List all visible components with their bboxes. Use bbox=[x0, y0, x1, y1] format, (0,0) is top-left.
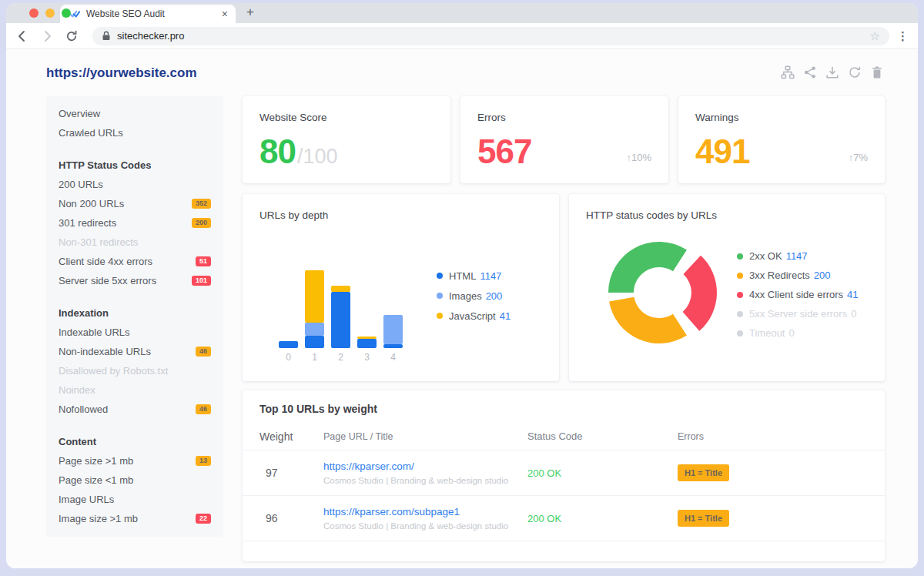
sidebar-item-image-size-1-mb[interactable]: Image size >1 mb22 bbox=[59, 509, 211, 528]
sidebar-group: IndexationIndexable URLsNon-indexable UR… bbox=[59, 303, 211, 419]
donut-segment bbox=[608, 242, 687, 293]
http-status-codes-card: HTTP status codes by URLs 2xx OK11473xx … bbox=[569, 194, 885, 381]
browser-window: Website SEO Audit × + sitechecker.pro ☆ … bbox=[6, 3, 918, 568]
legend-dot bbox=[737, 253, 743, 260]
stat-label: Errors bbox=[477, 112, 506, 123]
count-badge: 200 bbox=[192, 218, 211, 228]
legend-value: 0 bbox=[851, 308, 856, 320]
browser-toolbar: sitechecker.pro ☆ ⋮ bbox=[6, 23, 918, 49]
count-badge: 13 bbox=[196, 456, 211, 466]
sidebar-item-overview[interactable]: Overview bbox=[59, 104, 211, 123]
minimize-window-button[interactable] bbox=[45, 8, 55, 18]
tab-title: Website SEO Audit bbox=[86, 8, 220, 19]
table-title: Top 10 URLs by weight bbox=[259, 403, 377, 415]
sidebar-item-crawled-urls[interactable]: Crawled URLs bbox=[59, 123, 211, 142]
sidebar-item-200-urls[interactable]: 200 URLs bbox=[59, 175, 211, 194]
zoom-window-button[interactable] bbox=[62, 8, 71, 18]
donut-chart-legend: 2xx OK11473xx Redirects2004xx Client sid… bbox=[737, 246, 859, 343]
legend-item-timeout: Timeout0 bbox=[737, 323, 859, 343]
warnings-value: 491 bbox=[695, 132, 749, 171]
new-tab-button[interactable]: + bbox=[246, 5, 254, 20]
reload-button[interactable] bbox=[65, 29, 79, 43]
warnings-delta: ↑7% bbox=[849, 152, 868, 163]
legend-value: 41 bbox=[847, 289, 858, 300]
bookmark-star-icon[interactable]: ☆ bbox=[870, 29, 880, 43]
chart-title: HTTP status codes by URLs bbox=[586, 209, 717, 221]
sidebar-item-image-urls[interactable]: Image URLs bbox=[59, 490, 211, 509]
legend-item-html: HTML1147 bbox=[437, 266, 511, 286]
sidebar-item-nofollowed[interactable]: Nofollowed46 bbox=[59, 400, 211, 419]
sidebar-item-non-indexable-urls[interactable]: Non-indexable URLs46 bbox=[59, 342, 211, 361]
website-score-card: Website Score 80 /100 bbox=[243, 96, 450, 183]
browser-menu-icon[interactable]: ⋮ bbox=[897, 29, 909, 43]
table-row: 96https://kparser.com/subpage1Cosmos Stu… bbox=[243, 496, 885, 541]
sidebar-item-indexable-urls[interactable]: Indexable URLs bbox=[59, 323, 211, 342]
sidebar-item-301-redirects[interactable]: 301 redirects200 bbox=[59, 213, 211, 233]
stat-label: Website Score bbox=[259, 112, 327, 123]
svg-text:4: 4 bbox=[390, 352, 396, 363]
svg-text:3: 3 bbox=[364, 352, 370, 363]
trash-icon[interactable] bbox=[870, 65, 884, 79]
sidebar-item-label: Image size >1 mb bbox=[59, 513, 196, 524]
traffic-lights bbox=[29, 8, 71, 18]
sidebar: OverviewCrawled URLsHTTP Status Codes200… bbox=[46, 96, 223, 537]
error-badge: H1 = Title bbox=[678, 510, 729, 527]
download-icon[interactable] bbox=[825, 65, 839, 79]
errors-delta: ↑10% bbox=[626, 152, 651, 163]
errors-card: Errors 567 ↑10% bbox=[460, 96, 668, 183]
legend-label: HTML bbox=[449, 270, 476, 282]
sitemap-icon[interactable] bbox=[781, 65, 795, 79]
sidebar-item-page-size-1-mb[interactable]: Page size <1 mb bbox=[59, 471, 211, 490]
column-header-errors: Errors bbox=[678, 431, 885, 442]
sidebar-item-client-side-4xx-errors[interactable]: Client side 4xx errors51 bbox=[59, 252, 211, 271]
count-badge: 46 bbox=[196, 404, 211, 414]
warnings-card: Warnings 491 ↑7% bbox=[678, 96, 885, 183]
page-url-cell: https://kparser.com/subpage1Cosmos Studi… bbox=[323, 506, 527, 531]
address-bar[interactable]: sitechecker.pro ☆ bbox=[92, 27, 889, 45]
sidebar-item-label: Server side 5xx errors bbox=[59, 275, 192, 286]
sidebar-section-title: Content bbox=[59, 432, 211, 451]
page-url-link[interactable]: https://kparser.com/subpage1 bbox=[323, 506, 527, 517]
sidebar-item-label: Client side 4xx errors bbox=[59, 256, 196, 267]
tab-close-icon[interactable]: × bbox=[220, 8, 229, 19]
close-window-button[interactable] bbox=[29, 8, 38, 18]
sidebar-item-label: Indexable URLs bbox=[59, 327, 211, 338]
sidebar-item-page-size-1-mb[interactable]: Page size >1 mb13 bbox=[59, 451, 211, 471]
legend-item-2xx-ok: 2xx OK1147 bbox=[737, 246, 859, 266]
legend-value: 1147 bbox=[480, 270, 501, 282]
svg-text:2: 2 bbox=[338, 352, 343, 363]
tab-favicon-icon bbox=[69, 8, 80, 19]
sidebar-item-label: Noindex bbox=[59, 384, 211, 396]
legend-dot bbox=[437, 293, 443, 299]
seo-audit-page: https://yourwebsite.com bbox=[6, 50, 918, 568]
sidebar-item-label: Non 200 URLs bbox=[59, 198, 192, 209]
sidebar-section-title: Indexation bbox=[59, 303, 211, 323]
status-code-value: 200 OK bbox=[527, 467, 678, 479]
refresh-icon[interactable] bbox=[848, 65, 862, 79]
sidebar-group: HTTP Status Codes200 URLsNon 200 URLs352… bbox=[59, 156, 211, 290]
forward-button[interactable] bbox=[40, 29, 54, 43]
audited-site-url: https://yourwebsite.com bbox=[46, 65, 197, 81]
sidebar-item-label: Page size >1 mb bbox=[59, 455, 196, 467]
sidebar-item-disallowed-by-robots-txt: Disallowed by Robots.txt bbox=[59, 361, 211, 380]
back-button[interactable] bbox=[15, 29, 29, 43]
page-url-cell: https://kparser.com/Cosmos Studio | Bran… bbox=[323, 460, 527, 485]
top-urls-table-card: Top 10 URLs by weight Weight Page URL / … bbox=[243, 390, 885, 561]
page-url-link[interactable]: https://kparser.com/ bbox=[323, 460, 527, 472]
report-actions bbox=[781, 65, 884, 79]
sidebar-item-noindex: Noindex bbox=[59, 380, 211, 400]
sidebar-item-label: 301 redirects bbox=[59, 217, 192, 229]
sidebar-item-non-200-urls[interactable]: Non 200 URLs352 bbox=[59, 194, 211, 213]
legend-item-javascript: JavaScript41 bbox=[437, 306, 511, 326]
chart-title: URLs by depth bbox=[259, 209, 328, 221]
share-icon[interactable] bbox=[803, 65, 817, 79]
table-row: 97https://kparser.com/Cosmos Studio | Br… bbox=[243, 450, 885, 496]
browser-tab[interactable]: Website SEO Audit × bbox=[60, 5, 236, 23]
bar-chart-legend: HTML1147Images200JavaScript41 bbox=[437, 266, 511, 326]
svg-text:0: 0 bbox=[286, 352, 291, 363]
sidebar-item-label: 200 URLs bbox=[59, 179, 211, 190]
sidebar-item-label: Crawled URLs bbox=[59, 127, 211, 139]
column-header-page-url: Page URL / Title bbox=[323, 431, 527, 442]
sidebar-section-title: HTTP Status Codes bbox=[59, 156, 211, 175]
sidebar-item-server-side-5xx-errors[interactable]: Server side 5xx errors101 bbox=[59, 271, 211, 290]
